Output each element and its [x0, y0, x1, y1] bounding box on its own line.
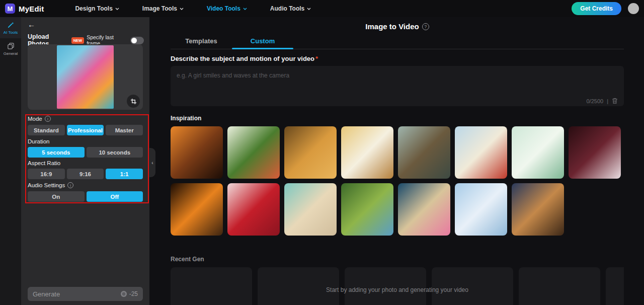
ratio-16-9-button[interactable]: 16:9 — [28, 169, 65, 179]
recent-gen-label: Recent Gen — [171, 256, 624, 263]
avatar[interactable] — [628, 3, 639, 14]
chevron-down-icon — [243, 8, 247, 10]
help-icon[interactable]: ? — [422, 23, 429, 30]
inspiration-coral-reef-fish[interactable] — [398, 183, 450, 236]
recent-placeholder — [258, 267, 339, 305]
recent-gen-row: Start by adding your photo and generatin… — [171, 267, 624, 305]
nav-image-tools[interactable]: Image Tools — [142, 5, 184, 12]
crop-icon — [130, 98, 137, 105]
nav-design-tools[interactable]: Design Tools — [75, 5, 119, 12]
duration-options: 5 seconds 10 seconds — [28, 147, 143, 158]
prompt-textarea[interactable] — [171, 66, 624, 106]
required-mark: * — [315, 55, 318, 62]
recent-placeholder — [171, 267, 252, 305]
back-arrow-icon[interactable]: ← — [28, 20, 35, 29]
chevron-down-icon — [307, 8, 311, 10]
mode-master-button[interactable]: Master — [106, 125, 143, 135]
inspiration-cloud-steam-teacup[interactable] — [455, 183, 507, 236]
rail-item-general[interactable]: General — [0, 38, 21, 59]
describe-label: Describe the subject and motion of your … — [171, 55, 624, 62]
tabstrip: Templates Custom — [171, 34, 624, 49]
inspiration-whiskey-bottle-flames[interactable] — [171, 183, 223, 236]
new-badge: NEW — [71, 37, 85, 44]
info-icon[interactable]: i — [45, 116, 51, 122]
mode-standard-button[interactable]: Standard — [28, 125, 65, 135]
layers-icon — [7, 42, 15, 50]
ratio-1-1-button[interactable]: 1:1 — [106, 169, 143, 179]
inspiration-door-desert-night-sky[interactable] — [512, 183, 564, 236]
page-title: Image to Video ? — [171, 22, 624, 31]
audio-off-button[interactable]: Off — [87, 191, 143, 202]
audio-options: On Off — [28, 191, 143, 202]
myedit-logo[interactable]: M MyEdit — [5, 4, 44, 14]
rail-item-ai-tools[interactable]: AI Tools — [0, 17, 21, 38]
brand-name: MyEdit — [19, 5, 44, 13]
inspiration-polar-bear-red-scarf[interactable] — [455, 126, 507, 179]
generate-cost: -25 — [129, 290, 138, 297]
inspiration-grilled-steak-flames[interactable] — [171, 126, 223, 179]
aspect-ratio-label: Aspect Ratio — [28, 160, 60, 166]
recent-placeholder — [606, 267, 624, 305]
inspiration-bear-mountain-lake[interactable] — [398, 126, 450, 179]
inspiration-diamond-ring[interactable] — [569, 126, 621, 179]
audio-on-button[interactable]: On — [28, 191, 85, 202]
trash-icon[interactable] — [612, 98, 618, 104]
aspect-ratio-options: 16:9 9:16 1:1 — [28, 169, 143, 179]
inspiration-grid — [171, 126, 630, 236]
coin-icon — [120, 290, 127, 297]
main-content: Image to Video ? Templates Custom Descri… — [149, 17, 644, 305]
tab-custom[interactable]: Custom — [232, 34, 293, 49]
duration-10s-button[interactable]: 10 seconds — [87, 147, 143, 158]
nav-video-tools[interactable]: Video Tools — [207, 5, 247, 12]
inspiration-label: Inspiration — [171, 115, 624, 122]
uploaded-photo[interactable] — [57, 45, 114, 109]
info-icon[interactable]: i — [67, 182, 73, 188]
crop-button[interactable] — [127, 95, 140, 108]
inspiration-fresh-salad-bowl[interactable] — [227, 126, 280, 179]
duration-label: Duration — [28, 138, 49, 144]
get-credits-button[interactable]: Get Credits — [572, 2, 621, 15]
chevron-down-icon — [180, 8, 184, 10]
specify-last-frame-toggle[interactable] — [130, 37, 144, 44]
uploaded-photo-container — [28, 44, 143, 110]
audio-settings-label: Audio Settings i — [28, 182, 73, 188]
recent-placeholder — [345, 267, 426, 305]
magic-wand-icon — [7, 21, 15, 29]
inspiration-green-skincare-products[interactable] — [512, 126, 564, 179]
inspiration-beach-shoreline-footprints[interactable] — [284, 183, 337, 236]
generate-button[interactable]: Generate -25 — [28, 287, 143, 301]
prompt-area: 0/2500 | — [171, 66, 624, 108]
nav-audio-tools[interactable]: Audio Tools — [270, 5, 311, 12]
inspiration-forest-stream-wildflowers[interactable] — [341, 183, 393, 236]
duration-5s-button[interactable]: 5 seconds — [28, 147, 85, 158]
mode-professional-button[interactable]: Professional — [67, 125, 104, 135]
panel-collapse-handle[interactable]: ‹ — [149, 148, 155, 177]
recent-placeholder — [519, 267, 600, 305]
mode-options: Standard Professional Master — [28, 125, 143, 135]
icon-rail: AI Tools General — [0, 17, 21, 305]
main-nav: Design Tools Image Tools Video Tools Aud… — [75, 5, 311, 12]
settings-panel: ← Upload Photos NEW Specify last frame M… — [21, 17, 149, 305]
char-counter: 0/2500 | — [586, 98, 618, 104]
topbar: M MyEdit Design Tools Image Tools Video … — [0, 0, 644, 17]
inspiration-pancakes-syrup[interactable] — [284, 126, 337, 179]
chevron-left-icon: ‹ — [151, 160, 153, 166]
ratio-9-16-button[interactable]: 9:16 — [67, 169, 104, 179]
recent-placeholder — [432, 267, 513, 305]
inspiration-cherry-soda-splash[interactable] — [227, 183, 280, 236]
tab-templates[interactable]: Templates — [171, 34, 232, 49]
myedit-logo-icon: M — [5, 4, 15, 14]
inspiration-running-dog-autumn[interactable] — [341, 126, 393, 179]
mode-label: Mode i — [28, 116, 51, 122]
chevron-down-icon — [115, 8, 119, 10]
